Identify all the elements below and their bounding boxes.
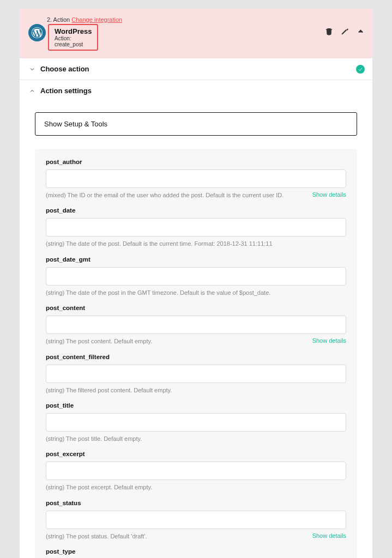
- field-input-post_status[interactable]: [46, 511, 346, 529]
- field-help: (string) The post excerpt. Default empty…: [46, 483, 346, 492]
- field-post_type: post_type(string) The post type. Default…: [46, 548, 346, 558]
- step-label: 2. Action Change integration: [47, 16, 365, 23]
- integration-name: WordPress: [55, 27, 92, 35]
- choose-action-label: Choose action: [40, 65, 89, 73]
- field-input-post_title[interactable]: [46, 413, 346, 432]
- field-input-post_content[interactable]: [46, 316, 346, 334]
- field-post_content: post_content(string) The post content. D…: [46, 305, 346, 345]
- show-details-link[interactable]: Show details: [312, 191, 346, 198]
- show-details-link[interactable]: Show details: [312, 532, 346, 539]
- field-label: post_author: [46, 159, 346, 165]
- edit-icon[interactable]: [341, 27, 349, 38]
- change-integration-link[interactable]: Change integration: [71, 16, 122, 23]
- field-input-post_date_gmt[interactable]: [46, 267, 346, 286]
- action-settings-section[interactable]: Action settings: [20, 80, 372, 101]
- chevron-up-icon: [27, 88, 37, 94]
- field-help: (string) The post content. Default empty…: [46, 337, 307, 345]
- field-help: (string) The filtered post content. Defa…: [46, 386, 346, 395]
- show-setup-tools-button[interactable]: Show Setup & Tools: [35, 112, 357, 136]
- show-details-link[interactable]: Show details: [312, 337, 346, 344]
- action-settings-label: Action settings: [40, 87, 92, 95]
- field-label: post_date: [46, 207, 346, 214]
- delete-icon[interactable]: [325, 27, 333, 38]
- field-label: post_excerpt: [46, 451, 346, 457]
- field-help: (string) The post status. Default 'draft…: [46, 532, 307, 541]
- field-input-post_author[interactable]: [46, 169, 346, 188]
- fields-container: post_author(mixed) The ID or the email o…: [35, 149, 357, 558]
- field-label: post_type: [46, 548, 346, 555]
- action-header: 2. Action Change integration WordPress A…: [20, 9, 372, 58]
- field-help: (mixed) The ID or the email of the user …: [46, 191, 307, 199]
- field-post_date: post_date(string) The date of the post. …: [46, 207, 346, 248]
- field-help: (string) The date of the post. Default i…: [46, 240, 346, 248]
- chevron-down-icon: [27, 66, 37, 72]
- field-input-post_date[interactable]: [46, 218, 346, 236]
- integration-title-box: WordPress Action: create_post: [48, 24, 98, 51]
- field-help: (string) The post title. Default empty.: [46, 435, 346, 443]
- field-label: post_content: [46, 305, 346, 311]
- field-label: post_date_gmt: [46, 256, 346, 263]
- field-input-post_excerpt[interactable]: [46, 462, 346, 480]
- wordpress-logo-icon: [28, 24, 46, 41]
- field-post_author: post_author(mixed) The ID or the email o…: [46, 159, 346, 199]
- field-post_content_filtered: post_content_filtered(string) The filter…: [46, 354, 346, 395]
- choose-action-section[interactable]: Choose action: [20, 58, 372, 80]
- field-post_title: post_title(string) The post title. Defau…: [46, 402, 346, 443]
- field-post_excerpt: post_excerpt(string) The post excerpt. D…: [46, 451, 346, 492]
- field-post_status: post_status(string) The post status. Def…: [46, 500, 346, 541]
- integration-action: Action: create_post: [55, 35, 92, 47]
- collapse-icon[interactable]: [357, 27, 365, 38]
- check-complete-icon: [356, 65, 365, 74]
- field-input-post_content_filtered[interactable]: [46, 365, 346, 383]
- field-label: post_content_filtered: [46, 354, 346, 360]
- field-label: post_status: [46, 500, 346, 506]
- field-label: post_title: [46, 402, 346, 409]
- field-post_date_gmt: post_date_gmt(string) The date of the po…: [46, 256, 346, 297]
- field-help: (string) The date of the post in the GMT…: [46, 289, 346, 297]
